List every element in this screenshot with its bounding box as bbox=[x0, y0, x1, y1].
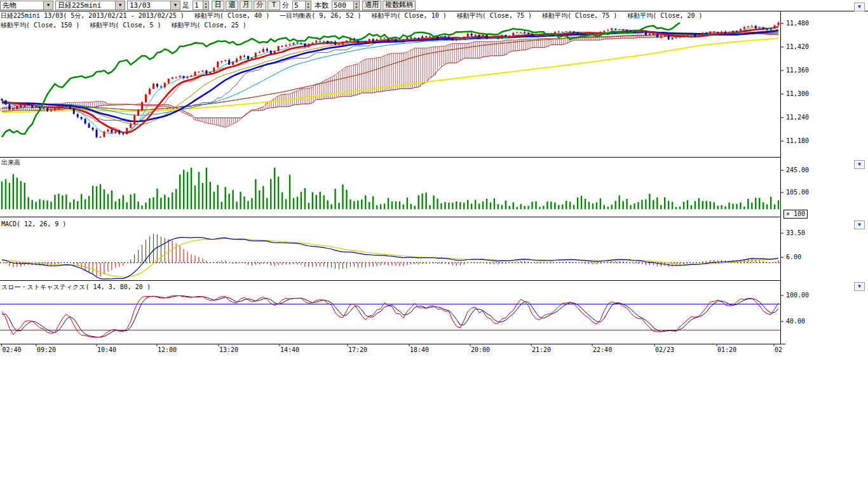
period-day-button[interactable]: 日 bbox=[212, 1, 224, 10]
price-axis-label: 11,360 bbox=[786, 67, 809, 74]
price-axis-label: 11,240 bbox=[786, 114, 809, 121]
pane-menu-button-main[interactable]: ▼ bbox=[854, 3, 865, 11]
bar-count-value: 500 bbox=[332, 1, 353, 10]
legend-item: 移動平均( Close, 40 ) bbox=[194, 11, 269, 20]
legend-item: 移動平均( Close, 5 ) bbox=[90, 21, 161, 30]
time-axis-label: 10:40 bbox=[97, 346, 116, 353]
volume-axis-label: 245.00 bbox=[786, 166, 809, 173]
time-axis-label: 17:20 bbox=[348, 346, 367, 353]
spin-down-icon[interactable]: ▼ bbox=[203, 5, 208, 9]
time-axis-label: 13:20 bbox=[219, 346, 238, 353]
macd-pane-label: MACD( 12, 26, 9 ) bbox=[1, 220, 66, 227]
multi-symbol-button[interactable]: 複数銘柄 bbox=[383, 1, 416, 10]
time-axis-label: 14:40 bbox=[280, 346, 299, 353]
period-month-button[interactable]: 月 bbox=[240, 1, 252, 10]
legend-item: 日経225mini 13/03( 5分, 2013/02/21 - 2013/0… bbox=[1, 11, 184, 20]
time-axis-label: 21:20 bbox=[532, 346, 551, 353]
price-pane[interactable] bbox=[1, 21, 779, 138]
market-type-value: 先物 bbox=[1, 1, 43, 10]
chart-canvas[interactable] bbox=[0, 0, 868, 362]
legend-item: 移動平均( Close, 150 ) bbox=[1, 21, 79, 30]
stoch-axis-label: 100.00 bbox=[786, 292, 809, 299]
price-axis-label: 11,480 bbox=[786, 20, 809, 27]
toolbar: 先物 ▼ 日経225mini ▼ 13/03 ▼ 足 1 ▲▼ 日 週 月 分 … bbox=[0, 0, 868, 10]
minute-interval-value: 5 bbox=[293, 1, 305, 10]
volume-axis-label: 105.00 bbox=[786, 189, 809, 196]
spin-down-icon[interactable]: ▼ bbox=[306, 5, 311, 9]
triangle-down-icon: ▼ bbox=[858, 4, 861, 10]
legend-item: 移動平均( Close, 10 ) bbox=[371, 11, 446, 20]
chevron-down-icon[interactable]: ▼ bbox=[170, 1, 180, 10]
legend-item: 移動平均( Close, 20 ) bbox=[627, 11, 702, 20]
price-axis: 11,48011,42011,36011,30011,24011,180245.… bbox=[786, 0, 824, 362]
macd-axis-label: 6.00 bbox=[786, 254, 801, 261]
bar-type-label: 足 bbox=[182, 1, 189, 10]
time-axis-label: 20:00 bbox=[471, 346, 490, 353]
contract-month-select[interactable]: 13/03 ▼ bbox=[127, 1, 180, 10]
price-axis-label: 11,420 bbox=[786, 43, 809, 50]
legend-item: 移動平均( Close, 75 ) bbox=[457, 11, 532, 20]
price-axis-label: 11,180 bbox=[786, 137, 809, 144]
volume-pane[interactable] bbox=[1, 168, 779, 210]
time-axis-label: 12:00 bbox=[158, 346, 177, 353]
bar-interval-spinner[interactable]: 1 ▲▼ bbox=[193, 1, 209, 10]
bar-count-label: 本数 bbox=[315, 1, 329, 10]
period-week-button[interactable]: 週 bbox=[226, 1, 238, 10]
macd-pane[interactable] bbox=[0, 234, 780, 280]
spinner-arrows: ▲▼ bbox=[353, 1, 359, 10]
spinner-arrows: ▲▼ bbox=[305, 1, 311, 10]
volume-scale-multiplier: × 100 bbox=[783, 210, 808, 219]
chevron-down-icon[interactable]: ▼ bbox=[43, 1, 53, 10]
time-axis-label: 01:20 bbox=[717, 346, 736, 353]
bar-interval-value: 1 bbox=[193, 1, 203, 10]
bar-count-spinner[interactable]: 500 ▲▼ bbox=[332, 1, 360, 10]
chevron-down-icon[interactable]: ▼ bbox=[115, 1, 125, 10]
chart-legend-row-2: 移動平均( Close, 150 )移動平均( Close, 5 )移動平均( … bbox=[1, 21, 247, 30]
time-axis-label: 02:40 bbox=[2, 346, 21, 353]
triangle-down-icon: ▼ bbox=[858, 284, 861, 289]
time-axis-label: 18:40 bbox=[410, 346, 429, 353]
triangle-down-icon: ▼ bbox=[858, 222, 861, 227]
legend-item: 移動平均( Close, 25 ) bbox=[172, 21, 247, 30]
spin-down-icon[interactable]: ▼ bbox=[354, 5, 359, 9]
symbol-value: 日経225mini bbox=[56, 1, 115, 10]
time-axis-label: 02 bbox=[775, 346, 782, 353]
minute-unit-label: 分 bbox=[282, 1, 289, 10]
time-axis-label: 09:20 bbox=[37, 346, 56, 353]
time-axis-label: 22:40 bbox=[593, 346, 612, 353]
time-axis-label: 02/23 bbox=[655, 346, 674, 353]
volume-pane-label: 出来高 bbox=[1, 158, 20, 167]
spinner-arrows: ▲▼ bbox=[203, 1, 208, 10]
period-tick-button[interactable]: T bbox=[268, 1, 280, 10]
stoch-axis-label: 40.00 bbox=[786, 318, 805, 325]
pane-menu-button-macd[interactable]: ▼ bbox=[854, 220, 865, 229]
legend-item: 一目均衡表( 9, 26, 52 ) bbox=[280, 11, 361, 20]
stoch-pane-label: スロー・ストキャスティクス( 14, 3, 80, 20 ) bbox=[1, 283, 151, 292]
price-axis-label: 11,300 bbox=[786, 90, 809, 97]
market-type-select[interactable]: 先物 ▼ bbox=[0, 1, 53, 10]
stoch-pane[interactable] bbox=[0, 295, 780, 337]
minute-interval-spinner[interactable]: 5 ▲▼ bbox=[292, 1, 311, 10]
pane-menu-button-stoch[interactable]: ▼ bbox=[854, 282, 865, 291]
trading-app-window: { "toolbar": { "symbol_type": "先物", "sym… bbox=[0, 0, 868, 488]
symbol-select[interactable]: 日経225mini ▼ bbox=[55, 1, 125, 10]
chart-legend-row-1: 日経225mini 13/03( 5分, 2013/02/21 - 2013/0… bbox=[1, 11, 703, 20]
time-axis: 02:4009:2010:4012:0013:2014:4017:2018:40… bbox=[0, 346, 788, 355]
period-minute-button[interactable]: 分 bbox=[254, 1, 266, 10]
pane-menu-button-volume[interactable]: ▼ bbox=[854, 160, 865, 169]
legend-item: 移動平均( Close, 75 ) bbox=[542, 11, 617, 20]
apply-button[interactable]: 適用 bbox=[362, 1, 381, 10]
triangle-down-icon: ▼ bbox=[858, 162, 861, 167]
contract-month-value: 13/03 bbox=[128, 1, 170, 10]
macd-axis-label: 33.50 bbox=[786, 229, 805, 236]
